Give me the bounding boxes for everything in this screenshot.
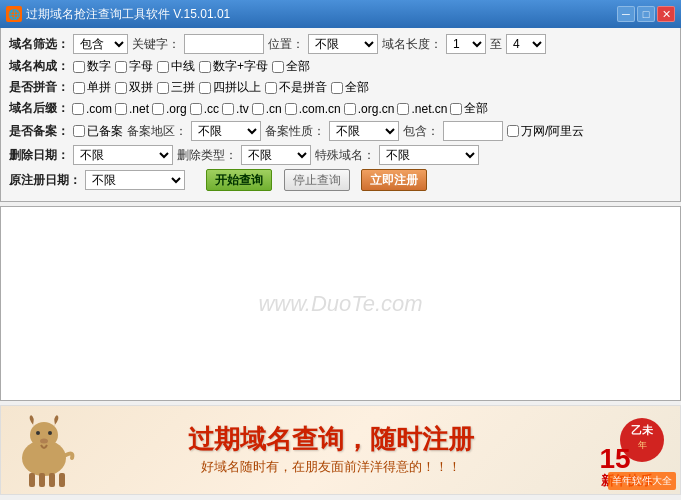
domain-filter-row: 域名筛选： 包含 不包含 开头 结尾 关键字： 位置： 不限 首位 末位 域名长… xyxy=(9,34,672,54)
compose-dash[interactable]: 中线 xyxy=(157,58,195,75)
filing-row: 是否备案： 已备案 备案地区： 不限 备案性质： 不限 包含： 万网/阿里云 xyxy=(9,121,672,141)
suffix-com-cn-cb[interactable] xyxy=(285,103,297,115)
domain-suffix-label: 域名后缀： xyxy=(9,100,69,117)
suffix-org-cb[interactable] xyxy=(152,103,164,115)
delete-date-label: 删除日期： xyxy=(9,147,69,164)
suffix-com[interactable]: .com xyxy=(72,102,112,116)
suffix-all[interactable]: 全部 xyxy=(450,100,488,117)
suffix-org-cn-cb[interactable] xyxy=(344,103,356,115)
domain-compose-label: 域名构成： xyxy=(9,58,69,75)
svg-rect-7 xyxy=(49,473,55,487)
suffix-all-cb[interactable] xyxy=(450,103,462,115)
svg-point-3 xyxy=(48,431,52,435)
svg-text:年: 年 xyxy=(638,440,647,450)
pinyin-single-cb[interactable] xyxy=(73,82,85,94)
position-select[interactable]: 不限 首位 末位 xyxy=(308,34,378,54)
svg-rect-6 xyxy=(39,473,45,487)
suffix-net-cb[interactable] xyxy=(115,103,127,115)
keyword-label: 关键字： xyxy=(132,36,180,53)
compose-digit[interactable]: 数字 xyxy=(73,58,111,75)
filed-cb[interactable] xyxy=(73,125,85,137)
reg-date-label: 原注册日期： xyxy=(9,172,81,189)
svg-text:乙未: 乙未 xyxy=(631,424,654,436)
compose-dash-cb[interactable] xyxy=(157,61,169,73)
filter-type-select[interactable]: 包含 不包含 开头 结尾 xyxy=(73,34,128,54)
suffix-org[interactable]: .org xyxy=(152,102,187,116)
keyword-input[interactable] xyxy=(184,34,264,54)
banner-goat-image xyxy=(9,413,79,488)
compose-letter-cb[interactable] xyxy=(115,61,127,73)
compose-all[interactable]: 全部 xyxy=(272,58,310,75)
wanwang-cb[interactable] xyxy=(507,125,519,137)
close-button[interactable]: ✕ xyxy=(657,6,675,22)
suffix-cn[interactable]: .cn xyxy=(252,102,282,116)
pinyin-not-cb[interactable] xyxy=(265,82,277,94)
pinyin-triple[interactable]: 三拼 xyxy=(157,79,195,96)
region-label: 备案地区： xyxy=(127,123,187,140)
pinyin-double-cb[interactable] xyxy=(115,82,127,94)
suffix-net[interactable]: .net xyxy=(115,102,149,116)
reg-date-select[interactable]: 不限 xyxy=(85,170,185,190)
region-select[interactable]: 不限 xyxy=(191,121,261,141)
maximize-button[interactable]: □ xyxy=(637,6,655,22)
svg-rect-8 xyxy=(59,473,65,487)
pinyin-label: 是否拼音： xyxy=(9,79,69,96)
banner-sub-text: 好域名随时有，在朋友面前洋洋得意的！！！ xyxy=(79,458,582,476)
svg-text:15: 15 xyxy=(599,443,630,474)
results-area: www.DuoTe.com xyxy=(0,206,681,401)
domain-suffix-row: 域名后缀： .com .net .org .cc .tv .cn .com.cn xyxy=(9,100,672,117)
banner: 过期域名查询，随时注册 好域名随时有，在朋友面前洋洋得意的！！！ 乙未 年 15… xyxy=(0,405,681,495)
pinyin-row: 是否拼音： 单拼 双拼 三拼 四拼以上 不是拼音 全部 xyxy=(9,79,672,96)
suffix-net-cn[interactable]: .net.cn xyxy=(397,102,447,116)
wanwang-checkbox[interactable]: 万网/阿里云 xyxy=(507,123,584,140)
filed-checkbox[interactable]: 已备案 xyxy=(73,123,123,140)
compose-digit-cb[interactable] xyxy=(73,61,85,73)
special-select[interactable]: 不限 xyxy=(379,145,479,165)
suffix-cn-cb[interactable] xyxy=(252,103,264,115)
length-to-select[interactable]: 45678不限 xyxy=(506,34,546,54)
contain-label: 包含： xyxy=(403,123,439,140)
minimize-button[interactable]: ─ xyxy=(617,6,635,22)
domain-compose-row: 域名构成： 数字 字母 中线 数字+字母 全部 xyxy=(9,58,672,75)
nature-select[interactable]: 不限 xyxy=(329,121,399,141)
pinyin-all[interactable]: 全部 xyxy=(331,79,369,96)
suffix-tv-cb[interactable] xyxy=(222,103,234,115)
delete-date-select[interactable]: 不限 xyxy=(73,145,173,165)
svg-point-2 xyxy=(36,431,40,435)
contain-input[interactable] xyxy=(443,121,503,141)
suffix-cc[interactable]: .cc xyxy=(190,102,219,116)
pinyin-double[interactable]: 双拼 xyxy=(115,79,153,96)
compose-letter[interactable]: 字母 xyxy=(115,58,153,75)
stop-query-button[interactable]: 停止查询 xyxy=(284,169,350,191)
reg-date-row: 原注册日期： 不限 开始查询 停止查询 立即注册 xyxy=(9,169,672,191)
main-content: 域名筛选： 包含 不包含 开头 结尾 关键字： 位置： 不限 首位 末位 域名长… xyxy=(0,28,681,202)
title-bar-left: 🌐 过期域名抢注查询工具软件 V.15.01.01 xyxy=(6,6,230,23)
suffix-com-cb[interactable] xyxy=(72,103,84,115)
suffix-org-cn[interactable]: .org.cn xyxy=(344,102,395,116)
delete-type-select[interactable]: 不限 xyxy=(241,145,311,165)
svg-point-1 xyxy=(30,422,58,448)
pinyin-triple-cb[interactable] xyxy=(157,82,169,94)
filing-label: 是否备案： xyxy=(9,123,69,140)
suffix-com-cn[interactable]: .com.cn xyxy=(285,102,341,116)
start-query-button[interactable]: 开始查询 xyxy=(206,169,272,191)
domain-filter-label: 域名筛选： xyxy=(9,36,69,53)
suffix-tv[interactable]: .tv xyxy=(222,102,249,116)
pinyin-all-cb[interactable] xyxy=(331,82,343,94)
pinyin-four-plus-cb[interactable] xyxy=(199,82,211,94)
position-label: 位置： xyxy=(268,36,304,53)
pinyin-single[interactable]: 单拼 xyxy=(73,79,111,96)
banner-main-text: 过期域名查询，随时注册 xyxy=(79,424,582,455)
register-now-button[interactable]: 立即注册 xyxy=(361,169,427,191)
nature-label: 备案性质： xyxy=(265,123,325,140)
compose-all-cb[interactable] xyxy=(272,61,284,73)
length-from-select[interactable]: 12345 xyxy=(446,34,486,54)
compose-digit-letter-cb[interactable] xyxy=(199,61,211,73)
length-label: 域名长度： xyxy=(382,36,442,53)
app-title: 过期域名抢注查询工具软件 V.15.01.01 xyxy=(26,6,230,23)
suffix-net-cn-cb[interactable] xyxy=(397,103,409,115)
suffix-cc-cb[interactable] xyxy=(190,103,202,115)
pinyin-four-plus[interactable]: 四拼以上 xyxy=(199,79,261,96)
compose-digit-letter[interactable]: 数字+字母 xyxy=(199,58,268,75)
pinyin-not[interactable]: 不是拼音 xyxy=(265,79,327,96)
